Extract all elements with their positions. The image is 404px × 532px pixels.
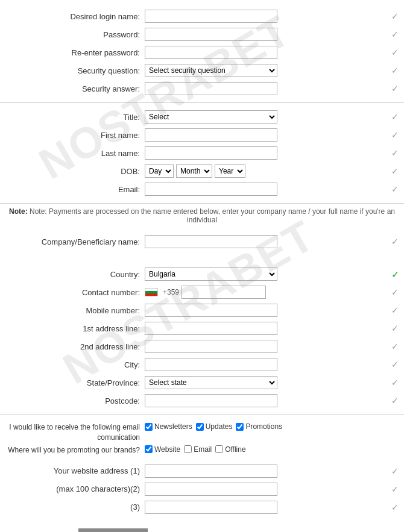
check-address1: ✓ [386, 324, 404, 333]
email-checkbox[interactable] [184, 445, 192, 453]
updates-checkbox-label: Updates [196, 422, 233, 431]
newsletters-checkbox[interactable] [145, 423, 153, 431]
check-first-name: ✓ [386, 130, 404, 140]
company-name-input[interactable] [145, 235, 277, 248]
security-question-label: Security question: [0, 66, 145, 75]
first-name-input[interactable] [145, 128, 277, 142]
offline-cb-label: Offline [215, 445, 245, 454]
check-company: ✓ [386, 237, 404, 246]
check-reenter: ✓ [386, 48, 404, 57]
updates-label: Updates [206, 422, 233, 431]
desired-login-input[interactable] [145, 10, 277, 23]
postcode-input[interactable] [145, 394, 277, 407]
website-addr-3-input[interactable] [145, 501, 277, 514]
check-mobile: ✓ [386, 305, 404, 315]
security-question-select[interactable]: Select security question [145, 64, 277, 77]
check-website3: ✓ [386, 502, 404, 512]
address2-input[interactable] [145, 340, 277, 353]
offline-cb-text: Offline [225, 445, 245, 454]
check-state: ✓ [386, 378, 404, 387]
newsletters-label: Newsletters [154, 422, 192, 431]
check-title: ✓ [386, 112, 404, 122]
website-3-label: (3) [0, 502, 145, 512]
flag-icon [145, 288, 158, 296]
password-input[interactable] [145, 28, 277, 41]
note-text: Note: Note: Payments are processed on th… [0, 204, 404, 228]
title-label: Title: [0, 113, 145, 122]
email-cb-text: Email [194, 445, 212, 454]
state-select[interactable]: Select state [145, 376, 277, 389]
promotions-label: Promotions [245, 422, 282, 431]
website-addr-label: Your website address (1) [0, 466, 145, 475]
password-label: Password: [0, 30, 145, 39]
updates-checkbox[interactable] [196, 423, 204, 431]
check-contact: ✓ [386, 287, 404, 297]
check-security-q: ✓ [386, 66, 404, 75]
company-name-label: Company/Beneficiary name: [0, 237, 145, 246]
contact-number-label: Contact number: [0, 288, 145, 297]
check-website2: ✓ [386, 484, 404, 494]
dob-month-select[interactable]: Month [176, 164, 212, 178]
contact-number-input[interactable] [181, 286, 266, 299]
check-security-a: ✓ [386, 84, 404, 93]
address1-input[interactable] [145, 322, 277, 335]
website-checkbox[interactable] [145, 445, 153, 453]
check-dob: ✓ [386, 166, 404, 176]
last-name-input[interactable] [145, 146, 277, 160]
dob-day-select[interactable]: Day [145, 164, 174, 178]
website-max-label: (max 100 characters)(2) [0, 484, 145, 493]
address2-label: 2nd address line: [0, 342, 145, 351]
title-select[interactable]: Select Mr Mrs Miss Ms Dr [145, 110, 277, 124]
postcode-label: Postcode: [0, 396, 145, 405]
city-label: City: [0, 360, 145, 369]
phone-code: +359 [163, 288, 179, 296]
email-label: Email: [0, 185, 145, 194]
check-city: ✓ [386, 360, 404, 369]
email-input[interactable] [145, 183, 277, 196]
state-label: State/Province: [0, 378, 145, 387]
address1-label: 1st address line: [0, 324, 145, 333]
last-name-label: Last name: [0, 149, 145, 158]
desired-login-label: Desired login name: [0, 12, 145, 21]
mobile-input[interactable] [145, 304, 277, 317]
offline-checkbox[interactable] [215, 445, 223, 453]
check-website1: ✓ [386, 466, 404, 476]
newsletters-checkbox-label: Newsletters [145, 422, 192, 431]
security-answer-input[interactable] [145, 82, 277, 95]
reenter-password-input[interactable] [145, 46, 277, 59]
website-addr-1-input[interactable] [145, 465, 277, 478]
website-cb-label: Website [145, 445, 180, 454]
check-postcode: ✓ [386, 396, 404, 405]
city-input[interactable] [145, 358, 277, 371]
email-prefs-label: I would like to receive the following em… [0, 422, 145, 443]
captcha-image: pfn78f [78, 528, 148, 532]
website-addr-2-input[interactable] [145, 483, 277, 496]
country-label: Country: [0, 270, 145, 279]
first-name-label: First name: [0, 131, 145, 140]
check-login: ✓ [386, 11, 404, 21]
email-cb-label: Email [184, 445, 212, 454]
reenter-password-label: Re-enter password: [0, 48, 145, 57]
promotions-checkbox[interactable] [236, 423, 244, 431]
website-cb-text: Website [154, 445, 180, 454]
check-password: ✓ [386, 30, 404, 39]
mobile-label: Mobile number: [0, 306, 145, 315]
check-country: ✓ [386, 269, 404, 280]
check-address2: ✓ [386, 342, 404, 351]
dob-year-select[interactable]: Year [215, 164, 245, 178]
check-last-name: ✓ [386, 148, 404, 158]
security-answer-label: Security answer: [0, 84, 145, 93]
promoting-label: Where will you be promoting our brands? [0, 445, 145, 455]
promotions-checkbox-label: Promotions [236, 422, 282, 431]
check-email: ✓ [386, 184, 404, 194]
country-select[interactable]: Bulgaria [145, 268, 277, 281]
dob-label: DOB: [0, 167, 145, 176]
